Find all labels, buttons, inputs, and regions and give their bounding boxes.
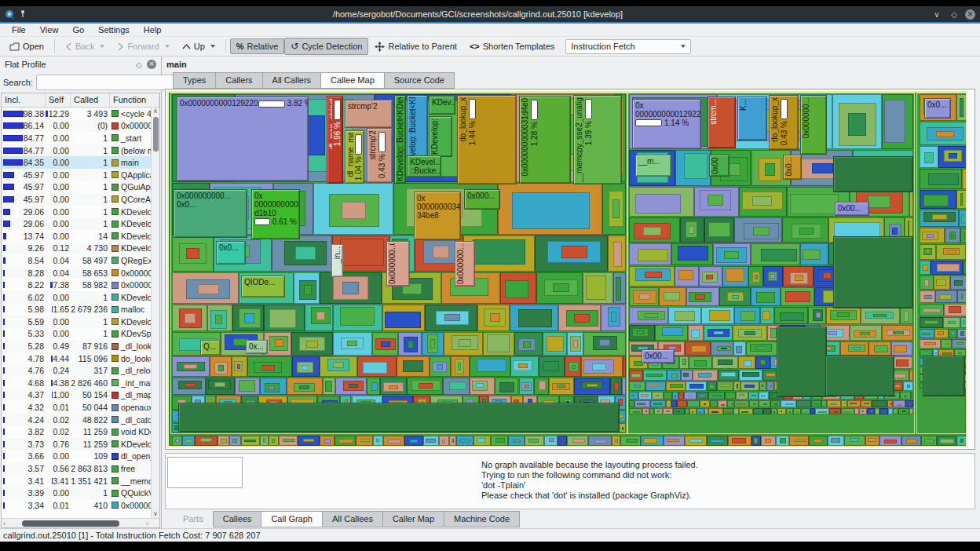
treemap-cell[interactable] <box>335 378 367 395</box>
treemap-cell[interactable] <box>903 381 913 391</box>
treemap-cell[interactable] <box>291 332 333 356</box>
treemap-cell[interactable] <box>588 436 612 446</box>
treemap-cell[interactable] <box>664 392 672 400</box>
treemap-cell[interactable] <box>619 423 626 432</box>
open-button[interactable]: Open <box>3 38 50 54</box>
treemap-cell[interactable] <box>623 356 626 377</box>
treemap-cell[interactable] <box>949 329 957 338</box>
treemap-cell[interactable] <box>777 408 786 414</box>
treemap-cell[interactable] <box>672 392 678 400</box>
treemap-cell[interactable] <box>921 436 937 446</box>
treemap-cell[interactable] <box>704 325 733 341</box>
treemap-cell[interactable] <box>840 341 868 356</box>
treemap-cell[interactable] <box>613 272 626 304</box>
treemap-cell[interactable] <box>868 341 892 356</box>
treemap-cell[interactable] <box>766 381 774 391</box>
treemap-cell[interactable] <box>882 325 913 341</box>
treemap-cell[interactable] <box>746 341 778 356</box>
treemap-cell[interactable] <box>738 356 755 369</box>
treemap-cell[interactable] <box>893 408 898 414</box>
treemap-cell[interactable] <box>879 408 889 414</box>
treemap-cell[interactable] <box>801 408 810 414</box>
treemap-cell[interactable] <box>736 392 748 400</box>
treemap-cell[interactable] <box>782 217 828 243</box>
treemap-cell[interactable] <box>938 146 967 168</box>
treemap-cell[interactable] <box>629 217 680 243</box>
treemap-cell[interactable] <box>397 356 430 377</box>
treemap-cell[interactable] <box>232 305 263 331</box>
treemap-cell[interactable] <box>422 332 444 356</box>
treemap-cell[interactable] <box>887 400 893 407</box>
table-row[interactable]: 86.140.00(0)0x0000000... <box>2 120 159 133</box>
treemap-cell[interactable] <box>841 408 854 414</box>
treemap-cell[interactable] <box>920 290 935 303</box>
treemap-cell[interactable] <box>383 436 405 446</box>
treemap-cell[interactable] <box>694 187 739 217</box>
treemap-cell[interactable] <box>935 290 957 303</box>
treemap-cell[interactable] <box>629 187 694 217</box>
table-row[interactable]: 8.227.3858 9820x0000000... <box>2 279 159 291</box>
treemap-cell[interactable] <box>859 408 867 414</box>
table-row[interactable]: 4.760.24317_dl_reloca... <box>2 364 159 377</box>
treemap-cell[interactable] <box>404 436 422 446</box>
treemap-cell[interactable] <box>693 370 718 381</box>
treemap-box[interactable]: 0x0... <box>783 155 802 180</box>
treemap-cell[interactable] <box>815 408 829 414</box>
tab-callers[interactable]: Callers <box>215 72 262 89</box>
treemap-cell[interactable] <box>719 287 751 306</box>
treemap-cell[interactable] <box>664 436 685 446</box>
treemap-cell[interactable] <box>920 276 934 290</box>
column-header-function[interactable]: Function <box>110 93 159 107</box>
treemap-cell[interactable] <box>645 381 666 391</box>
treemap-cell[interactable] <box>901 436 920 446</box>
treemap-cell[interactable] <box>800 243 828 265</box>
treemap-cell[interactable] <box>905 400 913 407</box>
treemap-cell[interactable] <box>629 370 643 381</box>
treemap-cell[interactable] <box>567 436 588 446</box>
treemap-cell[interactable] <box>763 408 770 414</box>
treemap-cell[interactable] <box>945 228 960 243</box>
column-header-called[interactable]: Called <box>71 93 110 107</box>
treemap-cell[interactable] <box>783 266 813 286</box>
minimize-button[interactable]: ∨ <box>931 10 943 19</box>
treemap-cell[interactable] <box>172 436 182 446</box>
treemap-box[interactable]: 0x0000000034034be8 <box>414 192 461 240</box>
treemap-cell[interactable] <box>865 436 879 446</box>
treemap-cell[interactable] <box>882 94 913 149</box>
treemap-cell[interactable] <box>728 436 751 446</box>
treemap-cell[interactable] <box>748 392 759 400</box>
table-row[interactable]: 5.590.001KDevelop::... <box>2 316 159 328</box>
treemap-box[interactable]: strcm... <box>708 97 736 148</box>
treemap-cell[interactable] <box>678 392 684 400</box>
treemap-box[interactable]: _in... <box>331 244 343 277</box>
treemap-cell[interactable] <box>677 400 687 407</box>
menu-item-go[interactable]: Go <box>65 24 91 35</box>
treemap-cell[interactable] <box>689 356 712 369</box>
treemap-cell[interactable] <box>423 436 439 446</box>
treemap-cell[interactable] <box>687 400 699 407</box>
treemap-cell[interactable] <box>821 400 827 407</box>
treemap-box[interactable]: strcmp'20.43 % <box>367 128 393 183</box>
treemap-cell[interactable] <box>850 325 881 341</box>
treemap-cell[interactable] <box>708 408 722 414</box>
menu-item-settings[interactable]: Settings <box>91 24 137 35</box>
treemap-cell[interactable] <box>781 287 814 306</box>
table-row[interactable]: 8.280.0458 6530x0000000... <box>2 267 159 279</box>
treemap-cell[interactable] <box>272 235 332 272</box>
pin-icon[interactable] <box>19 9 27 19</box>
treemap-cell[interactable] <box>519 378 535 395</box>
treemap-cell[interactable] <box>449 436 456 446</box>
treemap-cell[interactable] <box>567 332 583 356</box>
treemap-cell[interactable] <box>748 266 763 286</box>
treemap-cell[interactable] <box>439 436 449 446</box>
treemap-cell[interactable] <box>673 408 685 414</box>
treemap-cell[interactable] <box>510 356 539 377</box>
scroll-down-icon[interactable]: ∨ <box>152 510 159 517</box>
treemap-box[interactable]: _dl_name_match_1.04 % <box>345 130 364 184</box>
treemap-cell[interactable] <box>305 305 334 331</box>
treemap-cell[interactable] <box>444 332 483 356</box>
treemap-cell[interactable] <box>760 307 774 324</box>
treemap-cell[interactable] <box>793 408 801 414</box>
treemap-cell[interactable] <box>634 400 650 407</box>
treemap-cell[interactable] <box>558 305 601 331</box>
